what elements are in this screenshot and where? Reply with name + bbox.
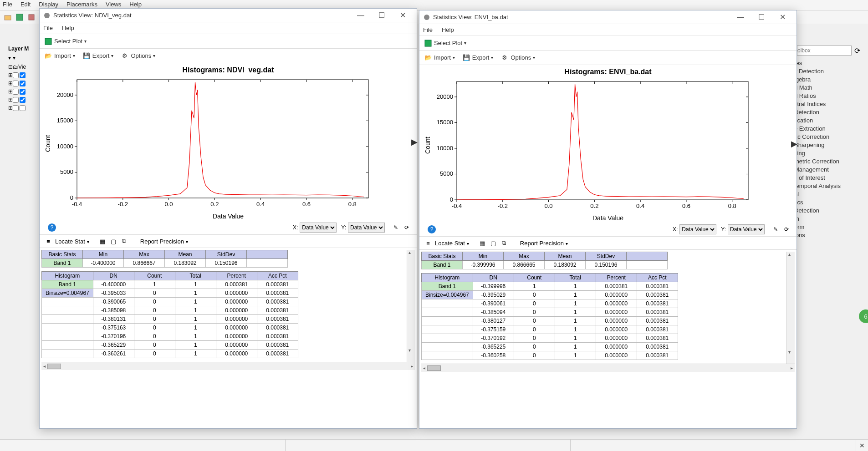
table-row[interactable]: Binsize=0.004967-0.395029010.0000000.000… — [422, 291, 678, 299]
basic-stats-table[interactable]: Basic StatsMinMaxMeanStdDevBand 1-0.4000… — [41, 250, 288, 268]
expand-icon[interactable]: ▾ — [13, 55, 15, 61]
table-row[interactable]: -0.370192010.0000000.000381 — [422, 334, 678, 343]
plot-canvas[interactable]: -0.4-0.20.00.20.40.60.805000100001500020… — [434, 77, 793, 213]
toolbox-item[interactable]: Detection — [794, 108, 867, 117]
locate-stat-button[interactable]: Locate Stat▾ — [435, 240, 469, 247]
tree-toggle-icon[interactable]: ⊟ — [8, 64, 13, 70]
help-icon[interactable]: ? — [428, 225, 436, 233]
toolbox-item[interactable]: ctral Indices — [794, 100, 867, 108]
layer-check-1[interactable] — [13, 72, 19, 78]
x-axis-select[interactable]: Data Value — [300, 223, 337, 233]
toolbox-item[interactable]: al — [794, 190, 867, 198]
expand-handle-icon[interactable]: ▶ — [791, 139, 797, 149]
close-button[interactable]: ✕ — [392, 9, 413, 22]
copy-icon[interactable]: ⧉ — [500, 239, 508, 247]
layer-check-3[interactable] — [13, 89, 19, 95]
layer-check-2[interactable] — [13, 81, 19, 86]
titlebar[interactable]: Statistics View: ENVI_ba.dat — ☐ ✕ — [419, 10, 797, 24]
notification-badge[interactable]: 6 — [859, 309, 868, 323]
layer-check-2b[interactable] — [20, 81, 26, 86]
maximize-button[interactable]: ☐ — [751, 11, 772, 24]
minimize-button[interactable]: — — [350, 9, 371, 22]
statusbar-close-icon[interactable]: ✕ — [856, 440, 868, 451]
open-icon[interactable] — [3, 12, 13, 22]
minimize-button[interactable]: — — [730, 11, 751, 24]
collapse-icon[interactable]: ▾ — [8, 55, 11, 61]
x-axis-select[interactable]: Data Value — [679, 224, 716, 234]
options-button[interactable]: ⚙Options▾ — [121, 52, 155, 60]
toolbox-item[interactable]: temporal Analysis — [794, 182, 867, 190]
select-all-icon[interactable]: ▦ — [98, 237, 107, 245]
toolbox-item[interactable]: tics — [794, 198, 867, 207]
table-row[interactable]: Band 1-0.400000110.0003810.000381 — [42, 280, 298, 289]
table-row[interactable]: -0.360261010.0000000.000381 — [42, 350, 298, 358]
toolbox-search-input[interactable] — [797, 46, 852, 56]
table-row[interactable]: -0.385094010.0000000.000381 — [422, 308, 678, 317]
menu-file[interactable]: File — [423, 26, 433, 33]
plot-canvas[interactable]: -0.4-0.20.00.20.40.60.805000100001500020… — [54, 75, 413, 212]
toolbox-item[interactable]: king — [794, 149, 867, 157]
y-axis-select[interactable]: Data Value — [348, 223, 385, 233]
report-precision-button[interactable]: Report Precision▾ — [140, 238, 188, 245]
table-row[interactable]: -0.360258010.0000000.000381 — [422, 351, 678, 360]
table-row[interactable]: -0.380131010.0000000.000381 — [42, 315, 298, 324]
vertical-scrollbar[interactable] — [786, 252, 795, 364]
toolbox-item[interactable]: e Extraction — [794, 125, 867, 133]
toolbox-item[interactable]: y Detection — [794, 67, 867, 76]
y-axis-select[interactable]: Data Value — [728, 224, 765, 234]
deselect-icon[interactable]: ▢ — [109, 237, 117, 245]
reset-icon[interactable]: ⟳ — [402, 223, 411, 232]
reset-icon[interactable]: ⟳ — [782, 225, 791, 234]
toolbox-item[interactable]: ric Correction — [794, 133, 867, 141]
toolbox-item[interactable]: m — [794, 215, 867, 223]
deselect-icon[interactable]: ▢ — [489, 239, 497, 247]
toolbox-item[interactable]: metric Correction — [794, 157, 867, 166]
table-row[interactable]: Binsize=0.004967-0.395033010.0000000.000… — [42, 289, 298, 298]
toolbox-item[interactable]: d Math — [794, 84, 867, 92]
toolbox-item[interactable]: ions — [794, 231, 867, 239]
export-button[interactable]: 💾Export▾ — [462, 54, 494, 62]
refresh-icon[interactable]: ⟳ — [852, 46, 863, 56]
table-row[interactable]: Band 1-0.399996110.0003810.000381 — [422, 282, 678, 291]
toolbox-item[interactable]: Management — [794, 166, 867, 174]
toolbox-item[interactable]: s of Interest — [794, 174, 867, 182]
titlebar[interactable]: Statistics View: NDVI_veg.dat — ☐ ✕ — [40, 9, 417, 22]
vertical-scrollbar[interactable] — [407, 250, 415, 362]
maximize-button[interactable]: ☐ — [371, 9, 392, 22]
menu-help[interactable]: Help — [62, 25, 74, 31]
layer-check-4[interactable] — [13, 97, 19, 103]
import-button[interactable]: 📂Import▾ — [44, 52, 75, 60]
toolbox-item[interactable]: d Ratios — [794, 92, 867, 100]
layer-check-5b[interactable] — [20, 105, 26, 111]
table-row[interactable]: -0.365229010.0000000.000381 — [42, 341, 298, 350]
table-row[interactable]: -0.385098010.0000000.000381 — [42, 306, 298, 315]
toolbox-item[interactable]: fication — [794, 117, 867, 125]
horizontal-scrollbar[interactable]: ◂▸ — [41, 362, 415, 370]
histogram-table[interactable]: HistogramDNCountTotalPercentAcc PctBand … — [421, 273, 678, 360]
layer-check-1b[interactable] — [20, 72, 26, 78]
import-button[interactable]: 📂Import▾ — [424, 54, 455, 62]
table-row[interactable]: -0.380127010.0000000.000381 — [422, 317, 678, 325]
menu-edit[interactable]: Edit — [20, 1, 31, 9]
options-button[interactable]: ⚙Options▾ — [500, 54, 535, 62]
close-button[interactable]: ✕ — [772, 11, 793, 24]
table-row[interactable]: -0.375163010.0000000.000381 — [42, 324, 298, 332]
toolbox-item[interactable]: lgebra — [794, 76, 867, 84]
table-row[interactable]: -0.375159010.0000000.000381 — [422, 325, 678, 334]
locate-stat-button[interactable]: Locate Stat▾ — [55, 238, 89, 245]
table-row[interactable]: -0.390065010.0000000.000381 — [42, 298, 298, 306]
help-icon[interactable]: ? — [48, 223, 56, 232]
horizontal-scrollbar[interactable]: ◂▸ — [421, 364, 795, 372]
copy-icon[interactable]: ⧉ — [120, 237, 128, 245]
toolbox-item[interactable]: Detection — [794, 207, 867, 215]
table-row[interactable]: -0.365225010.0000000.000381 — [422, 343, 678, 351]
toolbox-item[interactable]: tes — [794, 59, 867, 67]
layer-root[interactable]: Vie — [18, 64, 26, 70]
eyedropper-icon[interactable]: ✎ — [391, 223, 400, 232]
layer-check-5[interactable] — [13, 105, 19, 111]
table-row[interactable]: -0.390061010.0000000.000381 — [422, 299, 678, 308]
basic-stats-table[interactable]: Basic StatsMinMaxMeanStdDevBand 1-0.3999… — [421, 252, 668, 269]
layer-check-3b[interactable] — [20, 89, 26, 95]
eyedropper-icon[interactable]: ✎ — [771, 225, 780, 234]
toolbox-item[interactable]: orm — [794, 223, 867, 231]
